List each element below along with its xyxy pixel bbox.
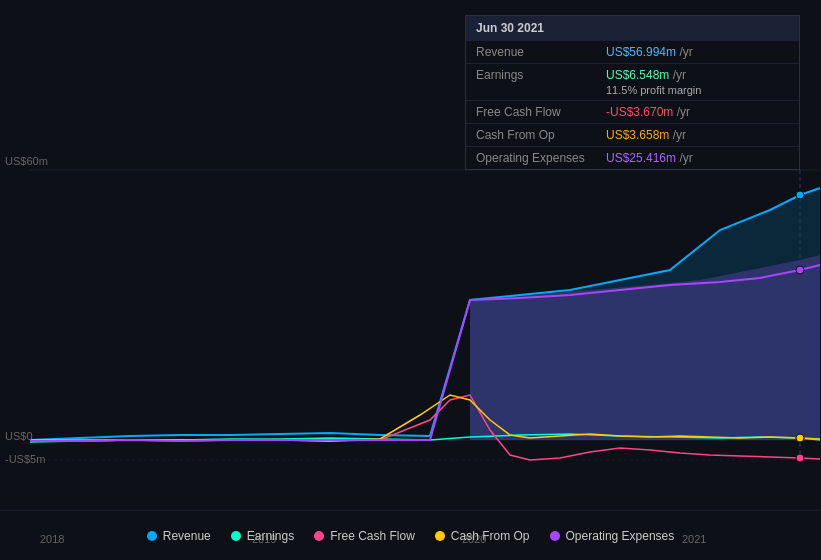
tooltip-label-opex: Operating Expenses: [476, 151, 606, 165]
tooltip-label-earnings: Earnings: [476, 68, 606, 82]
legend-item-opex[interactable]: Operating Expenses: [550, 529, 675, 543]
tooltip-row-fcf: Free Cash Flow -US$3.670m /yr: [466, 100, 799, 123]
legend-label-cfo: Cash From Op: [451, 529, 530, 543]
legend-dot-earnings: [231, 531, 241, 541]
legend-label-earnings: Earnings: [247, 529, 294, 543]
tooltip-value-earnings: US$6.548m /yr 11.5% profit margin: [606, 68, 701, 96]
legend-item-cfo[interactable]: Cash From Op: [435, 529, 530, 543]
tooltip-sub-earnings: 11.5% profit margin: [606, 84, 701, 96]
legend-dot-revenue: [147, 531, 157, 541]
tooltip-value-fcf: -US$3.670m /yr: [606, 105, 690, 119]
legend-label-fcf: Free Cash Flow: [330, 529, 415, 543]
legend-dot-opex: [550, 531, 560, 541]
tooltip-row-opex: Operating Expenses US$25.416m /yr: [466, 146, 799, 169]
legend-item-fcf[interactable]: Free Cash Flow: [314, 529, 415, 543]
svg-point-5: [796, 191, 804, 199]
y-label-neg5m: -US$5m: [5, 453, 45, 465]
tooltip-label-fcf: Free Cash Flow: [476, 105, 606, 119]
legend-item-earnings[interactable]: Earnings: [231, 529, 294, 543]
tooltip-row-revenue: Revenue US$56.994m /yr: [466, 40, 799, 63]
legend-dot-cfo: [435, 531, 445, 541]
tooltip-row-earnings: Earnings US$6.548m /yr 11.5% profit marg…: [466, 63, 799, 100]
tooltip-value-revenue: US$56.994m /yr: [606, 45, 693, 59]
legend-label-opex: Operating Expenses: [566, 529, 675, 543]
tooltip-label-cfo: Cash From Op: [476, 128, 606, 142]
tooltip-value-cfo: US$3.658m /yr: [606, 128, 686, 142]
tooltip-title: Jun 30 2021: [466, 16, 799, 40]
tooltip-value-opex: US$25.416m /yr: [606, 151, 693, 165]
svg-point-9: [796, 434, 804, 442]
svg-point-8: [796, 454, 804, 462]
tooltip-row-cfo: Cash From Op US$3.658m /yr: [466, 123, 799, 146]
tooltip-box: Jun 30 2021 Revenue US$56.994m /yr Earni…: [465, 15, 800, 170]
y-label-0: US$0: [5, 430, 33, 442]
svg-point-6: [796, 266, 804, 274]
legend-label-revenue: Revenue: [163, 529, 211, 543]
y-label-60m: US$60m: [5, 155, 48, 167]
tooltip-label-revenue: Revenue: [476, 45, 606, 59]
legend-item-revenue[interactable]: Revenue: [147, 529, 211, 543]
legend-dot-fcf: [314, 531, 324, 541]
chart-legend: Revenue Earnings Free Cash Flow Cash Fro…: [0, 510, 821, 560]
